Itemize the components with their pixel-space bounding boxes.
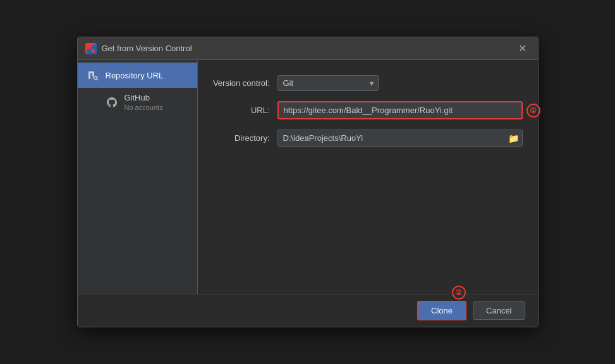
- url-input[interactable]: [277, 101, 523, 119]
- badge-1: ①: [527, 104, 540, 118]
- svg-rect-3: [92, 49, 95, 52]
- github-desc: No accounts: [125, 104, 163, 111]
- svg-rect-6: [92, 71, 94, 76]
- github-icon: [106, 96, 118, 109]
- directory-row: Directory: 📁: [213, 130, 523, 147]
- badge-2: ②: [452, 286, 466, 300]
- svg-point-7: [94, 76, 97, 80]
- sidebar-item-github[interactable]: GitHub No accounts: [78, 88, 197, 116]
- cancel-button[interactable]: Cancel: [473, 301, 525, 320]
- directory-label: Directory:: [213, 133, 270, 143]
- directory-input-container: 📁: [277, 130, 523, 147]
- dialog-title: Get from Version Control: [102, 44, 192, 53]
- github-label: GitHub: [125, 93, 163, 102]
- version-control-label: Version control:: [213, 78, 270, 88]
- dialog: Get from Version Control ✕ Repository UR…: [77, 37, 539, 327]
- directory-input[interactable]: [277, 130, 523, 147]
- version-control-select[interactable]: Git Mercurial Subversion: [277, 75, 379, 91]
- svg-rect-1: [92, 45, 95, 48]
- spacer: [213, 157, 523, 284]
- version-control-select-wrapper: Git Mercurial Subversion: [277, 75, 379, 91]
- sidebar: Repository URL GitHub No accounts: [78, 60, 198, 294]
- url-input-container: ①: [277, 101, 523, 119]
- dialog-body: Repository URL GitHub No accounts: [78, 60, 538, 294]
- close-button[interactable]: ✕: [515, 42, 530, 55]
- svg-rect-0: [87, 45, 90, 48]
- title-bar: Get from Version Control ✕: [78, 37, 538, 60]
- url-label: URL:: [213, 106, 270, 115]
- svg-line-8: [97, 79, 98, 80]
- folder-icon[interactable]: 📁: [508, 133, 519, 143]
- dialog-footer: ② Clone Cancel: [78, 294, 538, 327]
- repo-url-icon: [87, 69, 99, 82]
- sidebar-item-label: Repository URL: [106, 71, 164, 80]
- app-icon: [85, 43, 97, 54]
- clone-button[interactable]: Clone: [417, 301, 466, 320]
- version-control-row: Version control: Git Mercurial Subversio…: [213, 75, 523, 91]
- main-content: Version control: Git Mercurial Subversio…: [198, 60, 538, 294]
- sidebar-item-repository-url[interactable]: Repository URL: [78, 63, 197, 88]
- url-row: URL: ①: [213, 101, 523, 119]
- svg-rect-2: [87, 49, 90, 52]
